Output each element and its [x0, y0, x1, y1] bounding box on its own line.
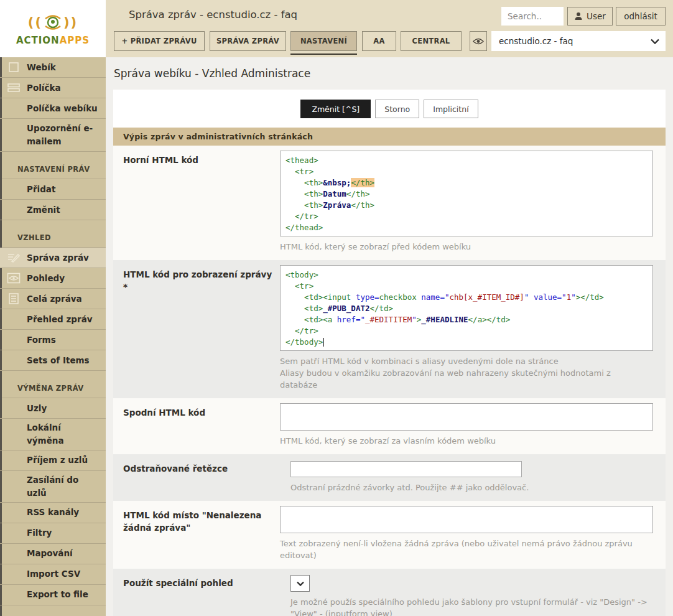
required-asterisk: * — [123, 281, 272, 294]
sidebar-item-filtry[interactable]: Filtry — [0, 523, 106, 544]
sidebar-item-export-to-file[interactable]: Export to file — [0, 585, 106, 605]
horni-html-kod-editor[interactable]: <thead> <tr> <th>&nbsp;</th> <th>Datum</… — [280, 151, 653, 236]
form-row-horni-html-kod: Horní HTML kód <thead> <tr> <th>&nbsp;</… — [113, 146, 666, 260]
nav-aa-button[interactable]: AA — [362, 31, 396, 51]
user-button-label: User — [587, 11, 606, 21]
sidebar-item-pridat[interactable]: Přidat — [0, 179, 106, 200]
sidebar-item-pohledy[interactable]: Pohledy — [0, 268, 106, 289]
sidebar-item-zasilani-do-uzlu[interactable]: Zasílání do uzlů — [0, 471, 106, 503]
sidebar-item-policka-webiku[interactable]: Políčka webíku — [0, 98, 106, 119]
logout-button[interactable]: odhlásit — [616, 7, 666, 26]
sidebar-item-label: Příjem z uzlů — [27, 454, 88, 467]
sidebar-section-nastaveni-prav: NASTAVENÍ PRÁV — [0, 152, 106, 179]
sidebar-item-prehled-zprav[interactable]: Přehled zpráv — [0, 309, 106, 330]
sidebar-item-label: Import CSV — [27, 567, 80, 581]
logo-paren-right: )) — [63, 16, 78, 29]
top-action-row: Změnit [^S] Storno Implicitní — [113, 90, 666, 128]
nav-central-button[interactable]: CENTRAL — [401, 31, 462, 51]
eye-icon — [473, 37, 484, 45]
logo[interactable]: (( )) ACTIONAPPS — [0, 0, 106, 57]
fields-icon — [6, 80, 22, 95]
chevron-down-icon — [297, 581, 304, 586]
cancel-button[interactable]: Storno — [375, 100, 419, 118]
application-window: (( )) ACTIONAPPS Správa zpráv - ecnstudi… — [0, 0, 673, 616]
odstranovane-retezce-input[interactable] — [290, 461, 522, 477]
sidebar-item-forms[interactable]: Forms — [0, 330, 106, 350]
logo-text: ACTIONAPPS — [16, 35, 90, 46]
main-content: Správa webíku - Vzhled Administrace Změn… — [106, 57, 673, 616]
module-icon — [6, 60, 22, 75]
sidebar-item-label: Filtry — [27, 526, 52, 539]
sidebar-item-label: Upozornění e-mailem — [27, 122, 101, 148]
sidebar-item-rss-kanaly[interactable]: RSS kanály — [0, 503, 106, 523]
sidebar-item-mapovani[interactable]: Mapování — [0, 544, 106, 564]
page-title: Správa webíku - Vzhled Administrace — [114, 67, 310, 80]
spodni-html-kod-editor[interactable] — [280, 403, 653, 431]
preview-eye-button[interactable] — [470, 31, 487, 51]
submit-button[interactable]: Změnit [^S] — [300, 100, 371, 118]
nav-item-manager-button[interactable]: SPRÁVA ZPRÁV — [210, 31, 286, 51]
logout-button-label: odhlásit — [624, 11, 657, 21]
field-help: HTML kód, který se zobrazí za vlasním kó… — [280, 435, 647, 447]
nav-add-item-button[interactable]: + PŘIDAT ZPRÁVU — [114, 31, 205, 51]
sidebar-item-zmenit[interactable]: Změnit — [0, 200, 106, 220]
sidebar-item-label: Export to file — [27, 588, 88, 601]
sidebar-item-lokalni-vymena[interactable]: Lokální výměna — [0, 419, 106, 450]
sidebar-item-label: Zasílání do uzlů — [27, 474, 101, 500]
field-help: Text zobrazený není-li vložena žádná zpr… — [280, 538, 647, 561]
sidebar-section-vymena-zprav: VÝMĚNA ZPRÁV — [0, 371, 106, 398]
nav-settings-button[interactable]: NASTAVENÍ — [290, 31, 357, 51]
sidebar-item-upozorneni-emailem[interactable]: Upozornění e-mailem — [0, 119, 106, 152]
specialni-pohled-select[interactable] — [290, 575, 310, 592]
sidebar-item-sprava-zprav[interactable]: Správa zpráv — [0, 248, 106, 268]
sidebar-section-label: VZHLED — [17, 233, 51, 242]
form-row-html-kod-misto: HTML kód místo "Nenalezena žádná zpráva"… — [113, 501, 666, 569]
logo-paren-left: (( — [28, 16, 42, 29]
edit-list-icon — [6, 250, 22, 265]
sidebar-item-label: RSS kanály — [27, 506, 79, 519]
field-label: HTML kód místo "Nenalezena žádná zpráva" — [113, 501, 280, 569]
window-title: Správa zpráv - ecnstudio.cz - faq — [129, 9, 297, 21]
sidebar-item-label: Přehled zpráv — [27, 313, 93, 326]
logo-action: ACTION — [16, 35, 60, 46]
form-row-pouzit-specialni-pohled: Použít speciální pohled Je možné použís … — [113, 569, 666, 616]
form-section-header: Výpis zpráv v administrativních stránkác… — [113, 128, 666, 146]
logo-apps: APPS — [60, 35, 90, 46]
sidebar-item-policka[interactable]: Políčka — [0, 78, 106, 98]
default-button[interactable]: Implicitní — [424, 100, 478, 118]
html-kod-zobrazeni-editor[interactable]: <tbody> <tr> <td><input type=checkbox na… — [280, 265, 653, 351]
form-row-odstranovane-retezce: Odstraňované řetězce Odstraní prázdné zá… — [113, 454, 666, 501]
sidebar-item-cela-zprava[interactable]: Celá zpráva — [0, 289, 106, 309]
sidebar-item-label: Políčka — [27, 82, 61, 95]
field-help: HTML kód, který se zobrazí před kódem we… — [280, 241, 647, 253]
logo-eye-icon: (( )) — [28, 11, 78, 34]
sidebar-item-label: Lokální výměna — [27, 421, 101, 447]
field-label: Horní HTML kód — [113, 146, 280, 260]
field-label-text: HTML kód pro zobrazení zprávy — [123, 269, 272, 279]
sidebar-item-webik[interactable]: Webík — [0, 57, 106, 78]
sidebar-item-label: Uzly — [27, 402, 47, 415]
html-kod-misto-editor[interactable] — [280, 506, 653, 533]
user-icon — [574, 12, 583, 21]
field-label: Použít speciální pohled — [113, 569, 290, 616]
sidebar-item-label: Správa zpráv — [27, 251, 89, 264]
search-input[interactable] — [501, 7, 564, 26]
sidebar-item-label: Mapování — [27, 547, 73, 560]
document-icon — [6, 291, 22, 306]
sidebar-section-vzhled: VZHLED — [0, 220, 106, 248]
field-help: Odstraní prázdné závorky atd. Použijte #… — [290, 482, 653, 493]
form-row-html-kod-zobrazeni: HTML kód pro zobrazení zprávy * <tbody> … — [113, 260, 666, 398]
sidebar-item-sets-of-items[interactable]: Sets of Items — [0, 350, 106, 371]
sidebar-item-label: Přidat — [27, 183, 55, 196]
sidebar-item-label: Celá zpráva — [27, 292, 82, 306]
chevron-down-icon — [651, 39, 659, 44]
sidebar-item-prijem-z-uzlu[interactable]: Příjem z uzlů — [0, 450, 106, 471]
user-button[interactable]: User — [567, 7, 613, 26]
sidebar: Webík Políčka Políčka webíku Upozornění … — [0, 57, 106, 616]
slice-select[interactable]: ecnstudio.cz - faq — [491, 31, 666, 51]
field-label: Odstraňované řetězce — [113, 454, 290, 501]
sidebar-item-uzly[interactable]: Uzly — [0, 398, 106, 419]
sidebar-item-label: Změnit — [27, 203, 60, 217]
header: (( )) ACTIONAPPS Správa zpráv - ecnstudi… — [0, 0, 673, 57]
sidebar-item-import-csv[interactable]: Import CSV — [0, 564, 106, 585]
